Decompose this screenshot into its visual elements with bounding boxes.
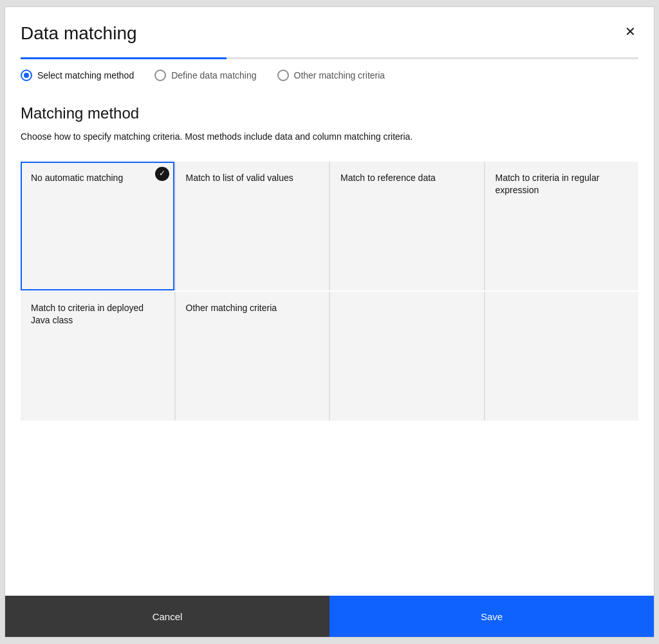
tab-label-other: Other matching criteria [294, 70, 385, 80]
dialog-title: Data matching [21, 23, 137, 44]
tab-other-matching-criteria[interactable]: Other matching criteria [277, 70, 385, 84]
progress-bar-container [5, 57, 654, 59]
card-label-list-valid: Match to list of valid values [186, 173, 293, 183]
progress-bar-track [21, 57, 638, 59]
card-empty-2 [485, 292, 639, 421]
cards-grid-row1: ✓ No automatic matching Match to list of… [21, 162, 638, 290]
card-java-class[interactable]: Match to criteria in deployed Java class [21, 292, 174, 421]
progress-bar-fill [21, 57, 227, 59]
tab-radio-select [21, 70, 32, 81]
card-reference-data[interactable]: Match to reference data [330, 162, 484, 290]
card-list-valid[interactable]: Match to list of valid values [176, 162, 330, 290]
data-matching-dialog: Data matching ✕ Select matching method D… [5, 6, 654, 638]
dialog-header: Data matching ✕ [5, 7, 654, 44]
cards-grid-row2: Match to criteria in deployed Java class… [21, 292, 638, 421]
card-label-regular-expression: Match to criteria in regular expression [496, 173, 600, 196]
tab-radio-other [277, 70, 289, 81]
cancel-button[interactable]: Cancel [5, 596, 330, 637]
card-label-reference-data: Match to reference data [340, 173, 436, 183]
section-description: Choose how to specify matching criteria.… [21, 130, 471, 144]
card-regular-expression[interactable]: Match to criteria in regular expression [485, 162, 639, 290]
dialog-body: Matching method Choose how to specify ma… [5, 84, 654, 596]
card-label-other-criteria: Other matching criteria [186, 303, 277, 313]
tab-select-matching-method[interactable]: Select matching method [21, 70, 134, 84]
card-label-java-class: Match to criteria in deployed Java class [31, 303, 144, 326]
close-button[interactable]: ✕ [622, 23, 638, 41]
card-label-no-automatic: No automatic matching [31, 173, 123, 183]
tabs-container: Select matching method Define data match… [5, 70, 654, 84]
card-no-automatic[interactable]: ✓ No automatic matching [21, 162, 174, 290]
save-button[interactable]: Save [330, 596, 654, 637]
tab-label-select: Select matching method [37, 70, 134, 80]
card-other-criteria[interactable]: Other matching criteria [176, 292, 330, 421]
section-title: Matching method [21, 104, 638, 122]
tab-label-define: Define data matching [171, 70, 256, 80]
tab-radio-define [154, 70, 166, 81]
card-empty-1 [330, 292, 484, 421]
dialog-footer: Cancel Save [5, 596, 654, 637]
card-check-icon: ✓ [155, 167, 169, 181]
tab-define-data-matching[interactable]: Define data matching [154, 70, 256, 84]
